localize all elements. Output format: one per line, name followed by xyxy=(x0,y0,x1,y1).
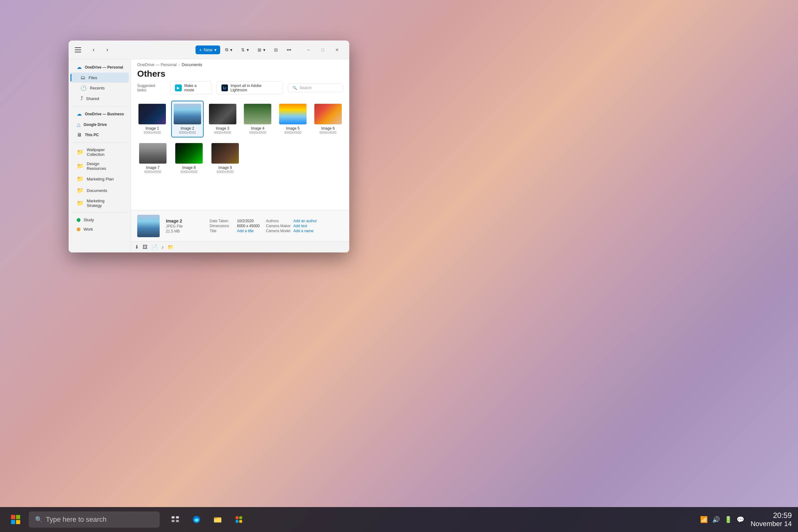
sidebar-item-study[interactable]: Study xyxy=(71,215,129,224)
copy-dropdown-icon: ▾ xyxy=(230,48,232,52)
view-button[interactable]: ⊞ ▾ xyxy=(254,45,269,54)
download-status-icon[interactable]: ⬇ xyxy=(135,244,139,250)
image-status-icon[interactable]: 🖼 xyxy=(143,244,148,250)
this-pc-icon: 🖥 xyxy=(77,132,82,138)
document-status-icon[interactable]: 📄 xyxy=(151,244,157,250)
details-thumbnail xyxy=(137,215,160,237)
edge-button[interactable] xyxy=(187,510,206,529)
details-camera-maker-val[interactable]: Add text xyxy=(294,224,307,228)
sidebar-item-this-pc[interactable]: 🖥 This PC xyxy=(71,130,129,140)
start-button[interactable] xyxy=(6,510,25,529)
file-item-9[interactable]: Image 9 6000x4500 xyxy=(208,140,242,177)
svg-rect-11 xyxy=(214,517,217,519)
sidebar-label-design: Design Resources xyxy=(87,162,117,171)
forward-button[interactable]: › xyxy=(102,45,112,55)
sidebar-label-study: Study xyxy=(83,217,94,222)
taskbar: 🔍 Type here to search xyxy=(0,507,798,532)
work-dot-icon xyxy=(77,228,80,231)
sidebar-item-marketing-strategy[interactable]: 📁 Marketing Strategy 📌 xyxy=(71,196,129,210)
sidebar-item-marketing-plan[interactable]: 📁 Marketing Plan 📌 xyxy=(71,173,129,185)
sidebar-item-work[interactable]: Work xyxy=(71,225,129,234)
lightroom-button[interactable]: Lr Import all in Adobe Lightroom xyxy=(217,81,283,94)
back-button[interactable]: ‹ xyxy=(89,45,98,55)
sidebar-item-files[interactable]: 🗂 Files xyxy=(71,73,129,82)
page-title: Others xyxy=(131,69,349,81)
file-item-2[interactable]: Image 2 6000x4500 xyxy=(171,101,204,137)
details-authors-row: Authors Add an author xyxy=(266,219,317,223)
sidebar-item-documents[interactable]: 📁 Documents 📌 xyxy=(71,185,129,196)
store-button[interactable] xyxy=(229,510,248,529)
sidebar-item-wallpaper-collection[interactable]: 📁 Wallpaper Collection 📌 xyxy=(71,145,129,159)
status-icons: ⬇ 🖼 📄 ♪ 📁 xyxy=(135,244,174,250)
svg-rect-7 xyxy=(176,520,179,522)
sidebar: ☁ OneDrive — Personal 🗂 Files 🕐 Recents … xyxy=(69,59,131,252)
sidebar-divider-1 xyxy=(72,106,127,106)
sidebar-item-design-resources[interactable]: 📁 Design Resources 📌 xyxy=(71,159,129,173)
details-toggle-button[interactable]: ⊟ xyxy=(271,45,282,54)
taskbar-clock[interactable]: 20:59 November 14 xyxy=(750,511,792,528)
taskbar-search-bar[interactable]: 🔍 Type here to search xyxy=(29,511,160,528)
file-thumb-2 xyxy=(174,104,201,125)
folder-icon-wallpaper: 📁 xyxy=(77,149,83,155)
file-explorer-icon xyxy=(213,515,222,524)
sidebar-label-this-pc: This PC xyxy=(85,133,99,137)
sidebar-label-google-drive: Google Drive xyxy=(83,122,107,127)
task-view-icon xyxy=(171,515,180,524)
file-item-4[interactable]: Image 4 6000x4500 xyxy=(241,101,274,137)
hamburger-button[interactable] xyxy=(74,44,85,56)
details-title-val[interactable]: Add a title xyxy=(237,229,254,233)
sidebar-label-marketing-plan: Marketing Plan xyxy=(87,177,114,182)
file-item-6[interactable]: Image 6 6000x4500 xyxy=(312,101,344,137)
main-content: OneDrive — Personal › Documents Others S… xyxy=(131,59,349,252)
file-thumb-7 xyxy=(139,143,167,164)
details-camera-model-val[interactable]: Add a name xyxy=(294,229,314,233)
sidebar-item-google-drive[interactable]: △ Google Drive xyxy=(71,119,129,130)
breadcrumb-root[interactable]: OneDrive — Personal xyxy=(137,62,177,67)
task-view-button[interactable] xyxy=(166,510,185,529)
svg-rect-4 xyxy=(171,516,174,519)
details-file-info: Image 2 JPEG File 21.5 MB xyxy=(166,218,203,233)
file-thumb-8 xyxy=(175,143,203,164)
details-authors-val[interactable]: Add an author xyxy=(294,219,317,223)
close-button[interactable]: ✕ xyxy=(330,45,344,55)
recents-icon: 🕐 xyxy=(80,85,87,91)
battery-icon[interactable]: 🔋 xyxy=(724,516,732,523)
details-dimensions-val: 6000 x 45000 xyxy=(237,224,260,228)
task-search-label: Search xyxy=(300,86,312,90)
file-item-7[interactable]: Image 7 6000x4500 xyxy=(136,140,170,177)
sidebar-item-onedrive-personal[interactable]: ☁ OneDrive — Personal xyxy=(71,62,129,72)
music-status-icon[interactable]: ♪ xyxy=(161,244,164,250)
file-explorer-button[interactable] xyxy=(208,510,227,529)
view-dropdown-icon: ▾ xyxy=(263,48,265,52)
details-camera-model-key: Camera Model xyxy=(266,229,291,233)
sidebar-item-shared[interactable]: ⤴ Shared xyxy=(71,94,129,103)
file-item-3[interactable]: Image 3 6000x4500 xyxy=(206,101,239,137)
file-item-5[interactable]: Image 5 6000x4500 xyxy=(277,101,309,137)
notification-icon[interactable]: 💬 xyxy=(737,516,744,523)
file-name-1: Image 1 xyxy=(146,126,159,131)
file-row-1: Image 1 6000x4500 Image 2 6000x4500 Imag… xyxy=(136,101,344,137)
more-button[interactable]: ••• xyxy=(283,45,295,54)
task-search-box[interactable]: 🔍 Search xyxy=(288,83,343,92)
maximize-button[interactable]: □ xyxy=(316,45,330,55)
sort-icon: ⇅ xyxy=(241,48,245,52)
make-movie-button[interactable]: ▶ Make a movie xyxy=(170,81,212,94)
file-item-8[interactable]: Image 8 6000x4500 xyxy=(172,140,206,177)
file-item-1[interactable]: Image 1 6000x4500 xyxy=(136,101,169,137)
copy-button[interactable]: ⧉ ▾ xyxy=(221,45,236,54)
speaker-icon[interactable]: 🔊 xyxy=(712,516,720,523)
svg-rect-1 xyxy=(16,515,20,519)
file-dims-7: 6000x4500 xyxy=(144,170,161,174)
lightroom-label: Import all in Adobe Lightroom xyxy=(230,83,278,92)
file-name-7: Image 7 xyxy=(146,166,159,170)
sort-button[interactable]: ⇅ ▾ xyxy=(237,45,253,54)
copy-icon: ⧉ xyxy=(225,47,228,52)
minimize-button[interactable]: ─ xyxy=(301,45,316,55)
breadcrumb-current[interactable]: Documents xyxy=(182,62,202,67)
sidebar-item-recents[interactable]: 🕐 Recents xyxy=(71,83,129,93)
wifi-icon[interactable]: 📶 xyxy=(700,516,708,523)
folder-status-icon[interactable]: 📁 xyxy=(167,244,174,250)
sidebar-item-onedrive-business[interactable]: ☁ OneDrive — Business xyxy=(71,109,129,119)
new-button[interactable]: + New ▾ xyxy=(196,45,220,54)
status-bar: ⬇ 🖼 📄 ♪ 📁 xyxy=(131,241,349,252)
